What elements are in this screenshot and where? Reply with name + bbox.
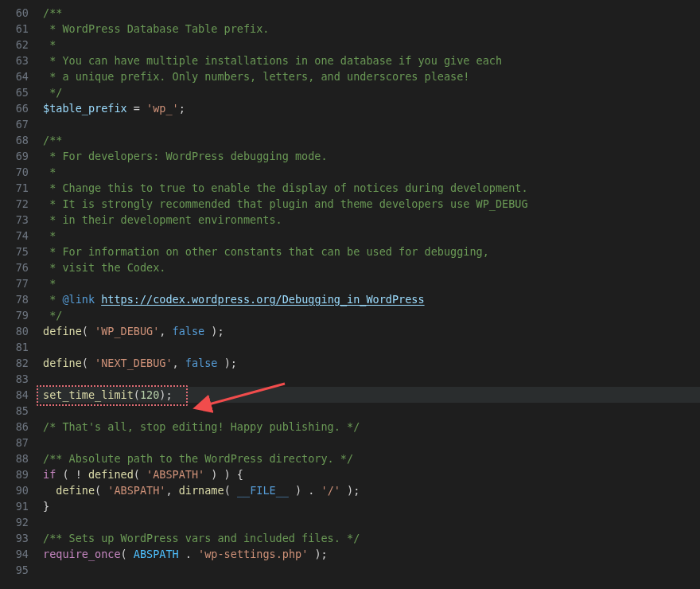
code-line[interactable]: * visit the Codex.: [37, 259, 700, 275]
code-line[interactable]: * For information on other constants tha…: [37, 244, 700, 259]
token-comment: *: [43, 277, 56, 290]
line-number: 79: [0, 307, 37, 323]
line-number: 92: [0, 514, 37, 530]
code-line[interactable]: */: [37, 307, 700, 323]
token-str: 'NEXT_DEBUG': [95, 357, 173, 369]
code-line[interactable]: * Change this to true to enable the disp…: [37, 180, 700, 196]
token-comment: */: [43, 86, 62, 99]
code-line[interactable]: [37, 339, 700, 355]
code-line[interactable]: define( 'NEXT_DEBUG', false );: [37, 355, 700, 371]
token-str: 'wp-settings.php': [198, 548, 308, 560]
line-number: 85: [0, 403, 37, 419]
code-line[interactable]: /* That's all, stop editing! Happy publi…: [37, 419, 700, 435]
token-plain: (: [134, 388, 140, 401]
code-line[interactable]: [37, 371, 700, 387]
token-comment: */: [43, 309, 62, 322]
token-plain: (: [121, 548, 134, 560]
code-line[interactable]: *: [37, 164, 700, 180]
code-line[interactable]: * @link https://codex.wordpress.org/Debu…: [37, 291, 700, 307]
token-comment: * a unique prefix. Only numbers, letters…: [43, 70, 469, 83]
line-number: 68: [0, 132, 37, 148]
token-str: '/': [321, 484, 340, 497]
code-area[interactable]: /** * WordPress Database Table prefix. *…: [37, 0, 700, 589]
code-line[interactable]: [37, 562, 700, 578]
token-bool: false: [173, 325, 205, 337]
code-line[interactable]: *: [37, 37, 700, 53]
line-number: 65: [0, 84, 37, 100]
token-comment: *: [43, 293, 62, 306]
line-number: 91: [0, 498, 37, 514]
token-tag: @link: [62, 293, 95, 306]
code-line[interactable]: [37, 116, 700, 132]
line-number: 75: [0, 244, 37, 259]
code-line[interactable]: [37, 514, 700, 530]
line-number: 66: [0, 100, 37, 116]
token-fn: dirname: [179, 484, 224, 497]
token-plain: );: [308, 548, 327, 560]
token-str: 'wp_': [146, 102, 179, 115]
code-line[interactable]: if ( ! defined( 'ABSPATH' ) ) {: [37, 466, 700, 482]
token-comment: /* That's all, stop editing! Happy publi…: [43, 420, 360, 433]
code-editor[interactable]: 6061626364656667686970717273747576777879…: [0, 0, 700, 589]
line-number: 94: [0, 546, 37, 562]
code-line[interactable]: * For developers: WordPress debugging mo…: [37, 148, 700, 164]
line-number: 71: [0, 180, 37, 196]
line-number: 84: [0, 387, 37, 403]
code-line[interactable]: * a unique prefix. Only numbers, letters…: [37, 68, 700, 84]
token-fn: defined: [88, 468, 134, 481]
token-plain: ) ) {: [204, 468, 243, 481]
line-number: 95: [0, 562, 37, 578]
code-line[interactable]: /**: [37, 5, 700, 21]
line-number: 67: [0, 116, 37, 132]
line-number: 86: [0, 419, 37, 435]
line-number: 82: [0, 355, 37, 371]
token-comment: * visit the Codex.: [43, 261, 165, 274]
token-plain: ,: [159, 325, 172, 337]
token-plain: );: [159, 388, 172, 401]
code-line[interactable]: */: [37, 84, 700, 100]
token-plain: (: [82, 325, 95, 337]
code-line[interactable]: /** Sets up WordPress vars and included …: [37, 530, 700, 546]
token-plain: (: [95, 484, 107, 497]
code-line[interactable]: * WordPress Database Table prefix.: [37, 21, 700, 37]
code-line[interactable]: *: [37, 228, 700, 244]
line-number: 73: [0, 212, 37, 228]
code-line[interactable]: set_time_limit(120);: [37, 387, 700, 403]
code-line[interactable]: /** Absolute path to the WordPress direc…: [37, 451, 700, 466]
line-number: 77: [0, 275, 37, 291]
line-number: 87: [0, 435, 37, 451]
token-str: 'ABSPATH': [107, 484, 165, 497]
code-line[interactable]: define( 'ABSPATH', dirname( __FILE__ ) .…: [37, 482, 700, 498]
token-comment: * You can have multiple installations in…: [43, 54, 502, 67]
token-fn: define: [43, 357, 82, 369]
code-line[interactable]: define( 'WP_DEBUG', false );: [37, 323, 700, 339]
token-str: 'ABSPATH': [146, 468, 204, 481]
token-link: https://codex.wordpress.org/Debugging_in…: [101, 293, 424, 306]
token-plain: }: [43, 500, 49, 513]
token-comment: *: [43, 38, 56, 51]
code-line[interactable]: * It is strongly recommended that plugin…: [37, 196, 700, 212]
code-line[interactable]: * in their development environments.: [37, 212, 700, 228]
line-number: 89: [0, 466, 37, 482]
token-str: 'WP_DEBUG': [95, 325, 159, 337]
code-line[interactable]: $table_prefix = 'wp_';: [37, 100, 700, 116]
token-fn: set_time_limit: [43, 388, 134, 401]
code-line[interactable]: * You can have multiple installations in…: [37, 53, 700, 68]
token-fn: define: [56, 484, 95, 497]
code-line[interactable]: }: [37, 498, 700, 514]
line-number: 83: [0, 371, 37, 387]
code-line[interactable]: require_once( ABSPATH . 'wp-settings.php…: [37, 546, 700, 562]
line-number-gutter: 6061626364656667686970717273747576777879…: [0, 0, 37, 589]
token-kw: if: [43, 468, 56, 481]
code-line[interactable]: /**: [37, 132, 700, 148]
code-line[interactable]: [37, 435, 700, 451]
token-plain: .: [179, 548, 198, 560]
token-comment: /** Absolute path to the WordPress direc…: [43, 452, 353, 465]
token-comment: * Change this to true to enable the disp…: [43, 181, 528, 194]
line-number: 64: [0, 68, 37, 84]
token-plain: ,: [165, 484, 178, 497]
code-line[interactable]: [37, 403, 700, 419]
token-plain: ( !: [56, 468, 88, 481]
code-line[interactable]: *: [37, 275, 700, 291]
line-number: 72: [0, 196, 37, 212]
